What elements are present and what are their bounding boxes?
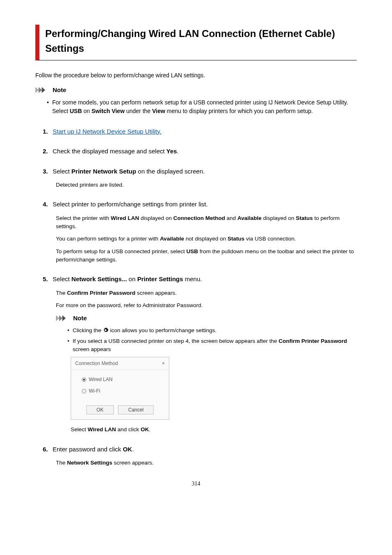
- svg-marker-5: [62, 315, 66, 321]
- note-label: Note: [53, 86, 66, 95]
- dialog-title: Connection Method: [75, 360, 118, 367]
- page-title: Performing/Changing Wired LAN Connection…: [45, 26, 357, 56]
- step4-p2: You can perform settings for a printer w…: [56, 235, 357, 243]
- gear-icon: [103, 327, 108, 333]
- step-5: Select Network Settings... on Printer Se…: [43, 275, 357, 434]
- step4-head: Select printer to perform/change setting…: [53, 200, 357, 209]
- bullet-icon: •: [67, 337, 69, 354]
- radio-wifi[interactable]: Wi-Fi: [82, 387, 161, 395]
- note-label-inner: Note: [73, 314, 87, 323]
- bullet-icon: •: [47, 98, 49, 116]
- step6-p1: The Network Settings screen appears.: [56, 459, 357, 467]
- step-1: Start up IJ Network Device Setup Utility…: [43, 127, 357, 136]
- cancel-button[interactable]: Cancel: [118, 405, 154, 414]
- close-icon[interactable]: ×: [162, 360, 165, 367]
- intro-text: Follow the procedure below to perform/ch…: [35, 71, 357, 80]
- svg-marker-4: [59, 315, 62, 321]
- arrows-icon: [35, 87, 50, 93]
- step5-note1: Clicking the icon allows you to perform/…: [73, 326, 217, 335]
- note-header-inner: Note: [56, 314, 357, 323]
- top-note-text: For some models, you can perform network…: [52, 98, 357, 116]
- step-4: Select printer to perform/change setting…: [43, 200, 357, 264]
- radio-unselected-icon: [82, 389, 86, 393]
- top-note-body: • For some models, you can perform netwo…: [35, 98, 357, 116]
- step5-note2: If you select a USB connected printer on…: [73, 337, 357, 354]
- svg-marker-2: [42, 87, 45, 93]
- step5-note-body: • Clicking the icon allows you to perfor…: [56, 326, 357, 434]
- step-3: Select Printer Network Setup on the disp…: [43, 167, 357, 190]
- step-2: Check the displayed message and select Y…: [43, 147, 357, 156]
- step5-after-dialog: Select Wired LAN and click OK.: [67, 426, 357, 434]
- svg-marker-0: [35, 87, 39, 93]
- step3-body: Detected printers are listed.: [56, 181, 357, 189]
- bullet-icon: •: [67, 326, 69, 335]
- radio-selected-icon: [82, 377, 86, 382]
- step5-p1: The Confirm Printer Password screen appe…: [56, 289, 357, 297]
- step4-p3: To perform setup for a USB connected pri…: [56, 247, 357, 264]
- step4-p1: Select the printer with Wired LAN displa…: [56, 214, 357, 231]
- svg-marker-3: [56, 315, 59, 321]
- svg-marker-1: [39, 87, 42, 93]
- connection-method-dialog: Connection Method × Wired LAN Wi-Fi: [71, 357, 169, 420]
- steps-list: Start up IJ Network Device Setup Utility…: [35, 127, 357, 467]
- step5-p2: For more on the password, refer to Admin…: [56, 301, 357, 310]
- note-header: Note: [35, 86, 357, 95]
- arrows-icon: [56, 315, 71, 321]
- start-utility-link[interactable]: Start up IJ Network Device Setup Utility…: [53, 128, 161, 135]
- step-6: Enter password and click OK. The Network…: [43, 445, 357, 467]
- ok-button[interactable]: OK: [86, 405, 114, 414]
- page-title-block: Performing/Changing Wired LAN Connection…: [35, 25, 357, 60]
- page-number: 314: [35, 479, 357, 488]
- radio-wired-lan[interactable]: Wired LAN: [82, 376, 161, 383]
